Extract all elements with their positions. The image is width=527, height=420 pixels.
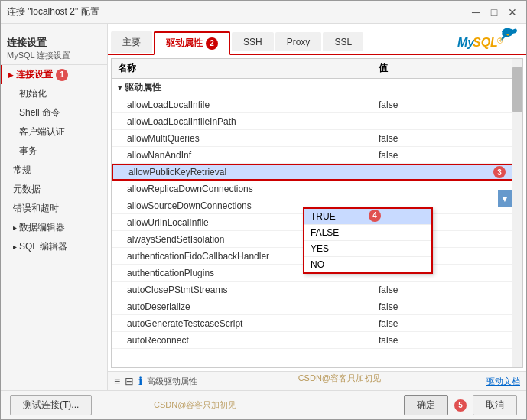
tab-driver[interactable]: 驱动属性 2: [154, 31, 230, 55]
prop-name-highlighted: allowPublicKeyRetrieval: [128, 167, 377, 177]
sidebar-item-client-auth[interactable]: 客户端认证: [1, 122, 107, 142]
sidebar-item-client-auth-label: 客户端认证: [19, 125, 65, 138]
sidebar-item-general-label: 常规: [13, 164, 31, 177]
prop-name: allowMultiQueries: [127, 133, 379, 144]
table-row[interactable]: allowLoadLocalInfile false: [112, 96, 522, 113]
watermark-text: CSDN@容客只加初见: [298, 373, 381, 384]
sort-icon[interactable]: ≡: [114, 375, 120, 387]
mysql-logo: My SQL ®: [457, 25, 519, 55]
footer-badge-5: 5: [454, 399, 467, 412]
tab-ssh[interactable]: SSH: [232, 32, 274, 51]
sidebar-item-init-label: 初始化: [19, 87, 47, 100]
sidebar-item-error-label: 错误和超时: [13, 202, 59, 215]
scrollbar-thumb[interactable]: [512, 67, 522, 112]
advanced-label: 高级驱动属性: [147, 376, 197, 387]
svg-text:SQL: SQL: [473, 36, 498, 49]
dropdown-option-true[interactable]: TRUE: [304, 209, 431, 225]
prop-name: allowLoadLocalInfileInPath: [127, 116, 379, 127]
sidebar-item-data-editor-label: 数据编辑器: [19, 221, 65, 234]
sidebar-title: 连接设置: [7, 36, 70, 50]
prop-value: false: [379, 133, 516, 144]
prop-name: allowReplicaDownConnections: [127, 184, 379, 194]
sidebar-item-connection-label: 连接设置: [16, 68, 53, 81]
group-arrow-icon: ▾: [118, 83, 122, 92]
close-button[interactable]: ✕: [505, 5, 520, 19]
dropdown-arrow-button[interactable]: ▼: [498, 190, 512, 207]
row-badge-3: 3: [493, 166, 506, 178]
svg-text:®: ®: [497, 37, 503, 45]
dropdown-option-false[interactable]: FALSE: [304, 225, 431, 241]
sidebar-item-meta[interactable]: 元数据: [1, 180, 107, 199]
prop-name: autoGenerateTestcaseScript: [127, 318, 379, 329]
dropdown-option-yes[interactable]: YES: [304, 241, 431, 257]
tab-driver-badge: 2: [206, 37, 218, 50]
sidebar: 连接设置 MySQL 连接设置 ▸ 连接设置 1 初始化 Shell 命令 客户…: [1, 24, 108, 390]
dropdown-option-no[interactable]: NO: [304, 257, 431, 272]
main-panel: 主要 驱动属性 2 SSH Proxy SSL 名称 值 ▾: [108, 24, 526, 390]
table-row[interactable]: autoReconnect false: [112, 332, 522, 349]
filter-icon[interactable]: ⊟: [125, 375, 134, 387]
main-window: 连接 "localhost 2" 配置 ─ □ ✕ My SQL ®: [0, 0, 527, 420]
prop-name: autoReconnect: [127, 335, 379, 346]
footer-watermark: CSDN@容客只加初见: [154, 399, 236, 411]
table-row[interactable]: allowMultiQueries false: [112, 130, 522, 147]
sidebar-item-general[interactable]: 常规: [1, 161, 107, 180]
minimize-button[interactable]: ─: [468, 5, 483, 19]
table-row[interactable]: allowReplicaDownConnections: [112, 181, 522, 197]
prop-name: allowLoadLocalInfile: [127, 99, 379, 110]
prop-value: false: [379, 301, 516, 312]
table-row[interactable]: allowLoadLocalInfileInPath: [112, 113, 522, 130]
table-row[interactable]: allowNanAndInf false: [112, 147, 522, 164]
window-controls: ─ □ ✕: [468, 5, 520, 19]
sidebar-subtitle: MySQL 连接设置: [7, 50, 70, 61]
maximize-button[interactable]: □: [486, 5, 502, 19]
window-title: 连接 "localhost 2" 配置: [7, 5, 99, 18]
titlebar: 连接 "localhost 2" 配置 ─ □ ✕: [1, 1, 526, 24]
tab-proxy[interactable]: Proxy: [275, 32, 322, 51]
tab-ssl[interactable]: SSL: [323, 32, 363, 51]
prop-name: autoDeserialize: [127, 301, 379, 312]
table-row[interactable]: autoGenerateTestcaseScript false: [112, 315, 522, 332]
prop-group-driver[interactable]: ▾ 驱动属性: [112, 79, 522, 96]
info-icon[interactable]: ℹ: [138, 375, 142, 387]
sidebar-badge-1: 1: [56, 69, 68, 81]
col-name-header: 名称: [118, 62, 379, 75]
tab-driver-label: 驱动属性: [166, 37, 203, 50]
prop-value: false: [379, 99, 516, 110]
prop-value: false: [379, 318, 516, 329]
table-row[interactable]: autoDeserialize false: [112, 298, 522, 315]
prop-value: false: [379, 335, 516, 346]
prop-value: false: [379, 285, 516, 295]
sidebar-item-connection[interactable]: ▸ 连接设置 1: [1, 65, 107, 84]
group-label: 驱动属性: [125, 81, 161, 94]
prop-value: false: [379, 150, 516, 161]
col-value-header: 值: [379, 62, 516, 75]
dropdown-panel: TRUE FALSE YES NO: [303, 207, 433, 274]
sidebar-item-shell[interactable]: Shell 命令: [1, 103, 107, 122]
sidebar-item-init[interactable]: 初始化: [1, 84, 107, 103]
sidebar-item-sql-editor-label: SQL 编辑器: [19, 240, 67, 253]
sidebar-item-meta-label: 元数据: [13, 183, 41, 196]
sidebar-item-data-editor[interactable]: ▸ 数据编辑器: [1, 218, 107, 237]
ok-button[interactable]: 确定: [404, 395, 448, 415]
properties-table: 名称 值 ▾ 驱动属性 allowLoadLocalInfile false a…: [111, 58, 523, 368]
sidebar-header: 连接设置 MySQL 连接设置: [1, 30, 107, 65]
table-row-highlighted[interactable]: allowPublicKeyRetrieval 3: [112, 164, 522, 181]
test-connection-button[interactable]: 测试连接(T)...: [10, 395, 92, 415]
sidebar-item-sql-editor[interactable]: ▸ SQL 编辑器: [1, 237, 107, 256]
sidebar-item-error[interactable]: 错误和超时: [1, 199, 107, 218]
table-row[interactable]: autoClosePStmtStreams false: [112, 282, 522, 298]
dropdown-badge-4: 4: [369, 209, 381, 222]
table-header: 名称 值: [112, 59, 522, 79]
window-footer: 测试连接(T)... CSDN@容客只加初见 确定 5 取消: [1, 390, 526, 419]
sidebar-item-services[interactable]: 事务: [1, 142, 107, 161]
driver-docs-link[interactable]: 驱动文档: [486, 376, 520, 387]
sidebar-item-shell-label: Shell 命令: [19, 106, 60, 119]
scrollbar[interactable]: [512, 59, 522, 367]
sidebar-item-services-label: 事务: [19, 145, 37, 158]
mysql-logo-svg: My SQL ®: [457, 25, 519, 53]
tab-main[interactable]: 主要: [111, 31, 152, 53]
prop-name: allowNanAndInf: [127, 150, 379, 161]
prop-name: autoClosePStmtStreams: [127, 285, 379, 295]
cancel-button[interactable]: 取消: [473, 395, 517, 415]
